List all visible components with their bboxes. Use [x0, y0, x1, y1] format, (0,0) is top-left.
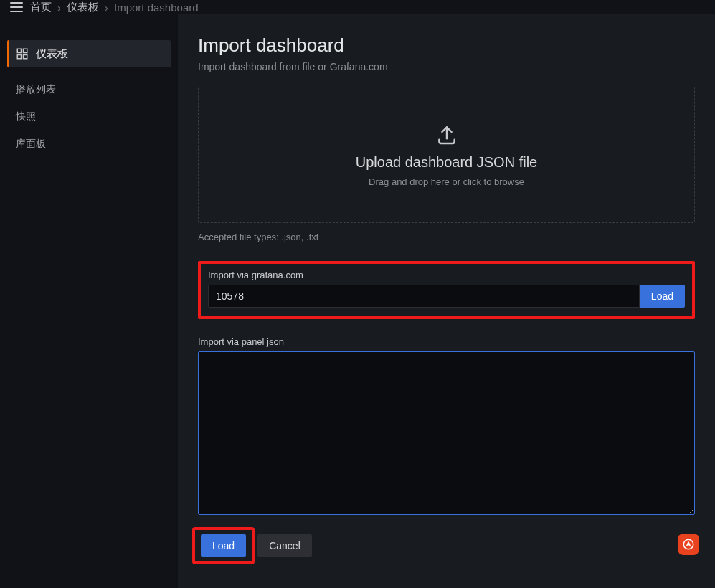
menu-icon[interactable] [10, 2, 23, 12]
dropzone-hint: Drag and drop here or click to browse [369, 176, 524, 187]
sidebar-item-dashboards[interactable]: 仪表板 [7, 40, 171, 67]
apps-icon [16, 47, 29, 60]
action-row: Load Cancel [198, 531, 695, 560]
cancel-button[interactable]: Cancel [257, 534, 312, 557]
grafana-load-button[interactable]: Load [640, 285, 685, 308]
grafana-import-label: Import via grafana.com [208, 270, 685, 280]
svg-rect-1 [24, 49, 27, 52]
svg-rect-2 [17, 55, 21, 59]
highlight-load-button: Load [192, 527, 255, 564]
sidebar-item-playlists[interactable]: 播放列表 [7, 76, 171, 103]
breadcrumb: 首页 › 仪表板 › Import dashboard [30, 1, 199, 14]
dropzone-title: Upload dashboard JSON file [356, 154, 537, 171]
sidebar: 仪表板 播放列表 快照 库面板 [0, 14, 178, 588]
sidebar-item-label: 库面板 [16, 138, 46, 151]
chevron-right-icon: › [57, 1, 61, 14]
load-button[interactable]: Load [201, 534, 246, 557]
sidebar-item-label: 仪表板 [36, 47, 68, 61]
topbar: 首页 › 仪表板 › Import dashboard [0, 0, 715, 14]
breadcrumb-dashboards[interactable]: 仪表板 [67, 1, 99, 14]
svg-rect-3 [24, 55, 27, 59]
sidebar-item-snapshots[interactable]: 快照 [7, 103, 171, 131]
page-subtitle: Import dashboard from file or Grafana.co… [198, 61, 695, 72]
ai-assistant-badge[interactable] [678, 534, 699, 555]
sidebar-item-library-panels[interactable]: 库面板 [7, 131, 171, 158]
breadcrumb-current: Import dashboard [114, 1, 199, 14]
highlight-grafana-import: Import via grafana.com Load [198, 261, 695, 319]
page-title: Import dashboard [198, 34, 695, 57]
upload-dropzone[interactable]: Upload dashboard JSON file Drag and drop… [198, 87, 695, 223]
chevron-right-icon: › [105, 1, 108, 14]
panel-json-textarea[interactable] [198, 351, 695, 515]
sidebar-item-label: 播放列表 [16, 83, 56, 96]
grafana-id-input[interactable] [208, 285, 640, 308]
upload-icon [435, 123, 458, 148]
svg-rect-0 [17, 49, 21, 52]
main-content: Import dashboard Import dashboard from f… [178, 14, 715, 588]
panel-json-label: Import via panel json [198, 336, 695, 347]
sidebar-item-label: 快照 [16, 110, 36, 123]
accepted-file-types: Accepted file types: .json, .txt [198, 232, 695, 242]
breadcrumb-home[interactable]: 首页 [30, 1, 52, 14]
panel-json-section: Import via panel json [198, 336, 695, 517]
